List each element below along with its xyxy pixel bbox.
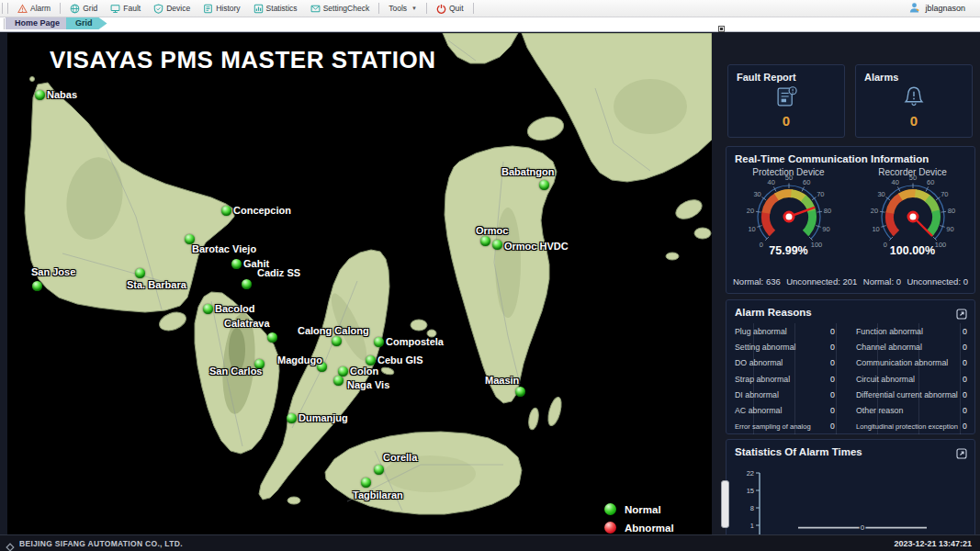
island-se-strip: [546, 396, 564, 427]
rtci-title: Real-Time Communication Information: [727, 147, 974, 164]
station-marker-barotac-viejo[interactable]: [185, 234, 195, 244]
station-marker-cebu-gis[interactable]: [366, 355, 376, 365]
svg-text:0: 0: [759, 241, 762, 249]
alarm-reason-label: Error sampling of analog: [735, 422, 827, 431]
svg-text:0: 0: [883, 241, 886, 249]
station-marker-calatrava[interactable]: [267, 332, 277, 343]
alarms-card[interactable]: Alarms 0: [855, 64, 973, 138]
toolbar-button-settingcheck[interactable]: SettingCheck: [304, 0, 377, 17]
station-marker-san-jose[interactable]: [32, 281, 42, 291]
status-bar: BEIJING SIFANG AUTOMATION CO., LTD. 2023…: [0, 534, 980, 551]
station-label-corella: Corella: [383, 452, 417, 463]
station-marker-corella[interactable]: [374, 465, 384, 475]
svg-text:20: 20: [746, 207, 753, 215]
fault-report-card[interactable]: Fault Report 0: [727, 64, 845, 138]
station-marker-maasin[interactable]: [515, 387, 525, 397]
toolbar-button-label: Fault: [123, 4, 141, 13]
alarm-reason-value: 0: [959, 327, 969, 336]
toolbar-groups: AlarmGridFaultDeviceHistoryStatisticsSet…: [11, 0, 477, 17]
station-marker-cadiz-ss[interactable]: [242, 279, 252, 289]
islet-2: [694, 228, 711, 239]
station-label-concepcion: Concepcion: [233, 205, 291, 216]
svg-text:60: 60: [803, 178, 810, 186]
toolbar-separator: [378, 3, 379, 14]
globe-icon: [70, 4, 80, 14]
user-menu[interactable]: jblagnason: [908, 2, 965, 16]
toolbar-button-history[interactable]: History: [197, 0, 246, 17]
statistics-chart-icon: [253, 4, 264, 14]
toolbar-button-label: Device: [166, 4, 190, 13]
alarm-reason-label: Differential current abnormal: [856, 390, 959, 399]
toolbar-button-statistics[interactable]: Statistics: [247, 0, 304, 17]
alarm-reason-value: 0: [959, 422, 969, 431]
rtci-summary: Normal: 636Unconnected: 201Normal: 0Unco…: [727, 276, 974, 287]
station-marker-naga-vis[interactable]: [333, 376, 344, 386]
tab-grid[interactable]: Grid: [66, 17, 107, 29]
station-marker-colon[interactable]: [338, 366, 348, 377]
svg-text:15: 15: [747, 487, 754, 495]
toolbar-button-grid[interactable]: Grid: [63, 0, 104, 17]
station-marker-bacolod[interactable]: [203, 304, 213, 314]
alarm-statistics-expand-icon[interactable]: [956, 446, 967, 457]
station-marker-ormoc-hvdc[interactable]: [492, 240, 502, 250]
tab-home-page[interactable]: Home Page: [6, 17, 74, 29]
station-marker-compostela[interactable]: [374, 337, 384, 347]
toolbar-button-alarm[interactable]: Alarm: [11, 0, 57, 17]
toolbar-button-quit[interactable]: Quit: [430, 0, 470, 17]
main-area: VISAYAS PMS MASTER STATION NabasConcepci…: [0, 31, 980, 535]
gauge-recorder-device: Recorder Device0102030405060708090100100…: [850, 165, 974, 257]
station-marker-concepcion[interactable]: [221, 206, 231, 216]
alarm-reason-label: Longitudinal protection exception: [856, 422, 959, 431]
alarm-bell-icon: [856, 84, 972, 111]
alarm-reason-label: Plug abnormal: [735, 327, 827, 336]
island-siquijor: [287, 497, 300, 504]
alarm-reason-value: 0: [959, 406, 969, 415]
svg-text:40: 40: [767, 178, 774, 186]
toolbar-button-device[interactable]: Device: [147, 0, 197, 17]
alarm-reason-value: 0: [827, 327, 856, 336]
islet-3: [666, 253, 679, 260]
station-marker-sta-barbara[interactable]: [135, 268, 145, 278]
rtci-summary-item: Unconnected: 201: [786, 276, 857, 287]
alarm-reason-label: Strap abnormal: [735, 375, 827, 384]
fault-report-value: 0: [728, 113, 844, 129]
station-marker-gahit[interactable]: [231, 259, 242, 269]
legend-abnormal-icon: [604, 522, 616, 534]
toolbar-button-tools[interactable]: Tools▼: [382, 0, 423, 17]
fault-report-icon: [728, 84, 844, 111]
alarm-reason-row: Error sampling of analog0Longitudinal pr…: [727, 419, 974, 434]
station-marker-ormoc[interactable]: [480, 236, 490, 246]
svg-text:40: 40: [891, 178, 898, 186]
station-marker-nabas[interactable]: [35, 90, 45, 100]
station-marker-dumanjug[interactable]: [287, 413, 297, 423]
gauge-dial: 0102030405060708090100: [860, 175, 966, 253]
main-toolbar: AlarmGridFaultDeviceHistoryStatisticsSet…: [0, 0, 980, 17]
station-marker-tagbilaran[interactable]: [361, 478, 371, 488]
station-label-san-jose: San Jose: [31, 266, 75, 277]
rtci-summary-item: Normal: 0: [863, 276, 901, 287]
toolbar-button-label: Statistics: [266, 4, 298, 13]
station-marker-calong-calong[interactable]: [332, 336, 342, 346]
alarm-reasons-expand-icon[interactable]: [956, 307, 967, 318]
visayas-map[interactable]: VISAYAS PMS MASTER STATION NabasConcepci…: [7, 33, 712, 535]
svg-text:50: 50: [908, 175, 916, 182]
alarm-reason-value: 0: [959, 358, 969, 367]
island-guimaras: [157, 309, 188, 333]
panel-collapse-handle[interactable]: [718, 26, 725, 32]
monitor-icon: [110, 4, 120, 14]
station-label-magdugo: Magdugo: [277, 354, 322, 365]
svg-text:30: 30: [753, 190, 760, 198]
svg-text:1: 1: [750, 522, 754, 530]
alarm-reason-label: DI abnormal: [735, 390, 827, 399]
company-logo-icon: [6, 539, 15, 548]
vertical-scrollbar-thumb[interactable]: [721, 480, 729, 528]
alarm-reason-value: 0: [827, 358, 856, 367]
toolbar-button-fault[interactable]: Fault: [104, 0, 147, 17]
station-label-colon: Colon: [350, 365, 378, 377]
legend-normal-icon: [604, 503, 616, 515]
svg-text:80: 80: [947, 207, 954, 215]
realtime-communication-card: Real-Time Communication Information Prot…: [726, 146, 975, 294]
alarm-reason-value: 0: [959, 343, 969, 352]
station-label-nabas: Nabas: [47, 89, 77, 100]
station-marker-babatngon[interactable]: [539, 180, 549, 190]
